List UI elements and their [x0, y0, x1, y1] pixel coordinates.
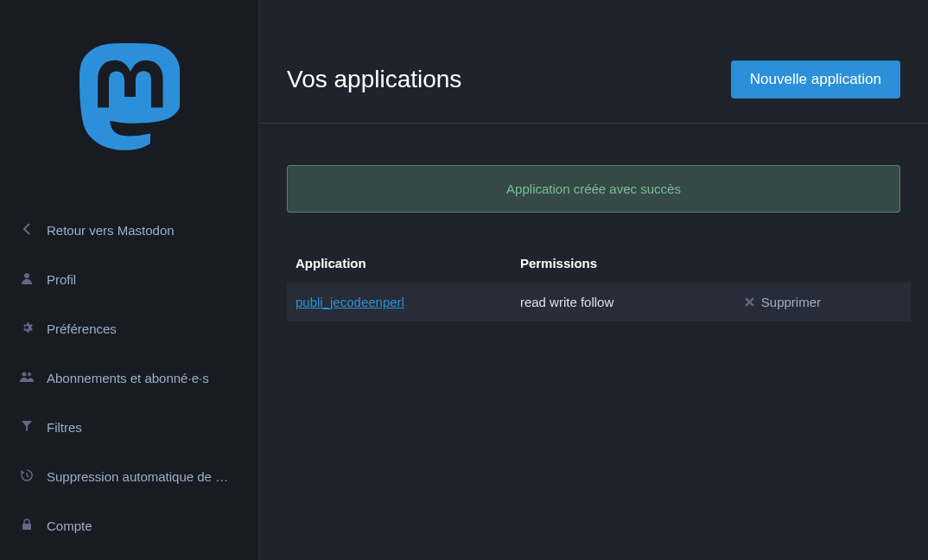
sidebar-item-preferences[interactable]: Préférences: [0, 304, 258, 353]
mastodon-logo-icon: [79, 43, 180, 154]
permissions-cell: read write follow: [512, 283, 736, 321]
sidebar-item-filters[interactable]: Filtres: [0, 403, 258, 452]
user-icon: [19, 272, 35, 287]
chevron-left-icon: [19, 223, 35, 238]
col-header-actions: [736, 244, 911, 283]
col-header-permissions: Permissions: [512, 244, 736, 283]
svg-point-2: [28, 372, 31, 376]
application-link[interactable]: publi_jecodeenperl: [296, 295, 404, 309]
lock-icon: [19, 519, 35, 533]
sidebar-item-profile[interactable]: Profil: [0, 255, 258, 304]
filter-icon: [19, 420, 35, 435]
sidebar-item-label: Retour vers Mastodon: [47, 223, 175, 238]
sidebar-item-label: Profil: [47, 272, 76, 287]
delete-label: Supprimer: [761, 295, 821, 309]
sidebar-item-label: Abonnements et abonné·e·s: [47, 371, 209, 385]
svg-point-1: [22, 372, 27, 377]
main-content: Vos applications Nouvelle application Ap…: [259, 0, 928, 560]
page-header: Vos applications Nouvelle application: [259, 0, 928, 124]
content-area: Application créée avec succès Applicatio…: [259, 124, 928, 349]
sidebar-item-label: Préférences: [47, 321, 117, 336]
sidebar-item-autodel[interactable]: Suppression automatique de …: [0, 452, 258, 501]
logo-area: [0, 0, 258, 206]
table-row: publi_jecodeenperl read write follow Sup…: [287, 283, 911, 321]
col-header-application: Application: [287, 244, 512, 283]
users-icon: [19, 371, 35, 385]
delete-button[interactable]: Supprimer: [745, 295, 821, 309]
gear-icon: [19, 321, 35, 336]
history-icon: [19, 469, 35, 484]
flash-success: Application créée avec succès: [287, 165, 900, 213]
sidebar-item-follows[interactable]: Abonnements et abonné·e·s: [0, 353, 258, 403]
applications-table: Application Permissions publi_jecodeenpe…: [287, 244, 911, 321]
sidebar-item-back[interactable]: Retour vers Mastodon: [0, 206, 258, 255]
sidebar-item-account[interactable]: Compte: [0, 501, 258, 550]
sidebar-item-label: Filtres: [47, 420, 82, 435]
svg-rect-3: [22, 524, 31, 530]
close-icon: [745, 295, 754, 309]
page-title: Vos applications: [287, 66, 461, 93]
sidebar: Retour vers Mastodon Profil Préférences …: [0, 0, 259, 560]
svg-point-0: [24, 273, 29, 278]
new-application-button[interactable]: Nouvelle application: [731, 60, 900, 99]
sidebar-item-label: Suppression automatique de …: [47, 469, 228, 484]
sidebar-item-label: Compte: [47, 519, 92, 533]
sidebar-nav: Retour vers Mastodon Profil Préférences …: [0, 206, 258, 550]
